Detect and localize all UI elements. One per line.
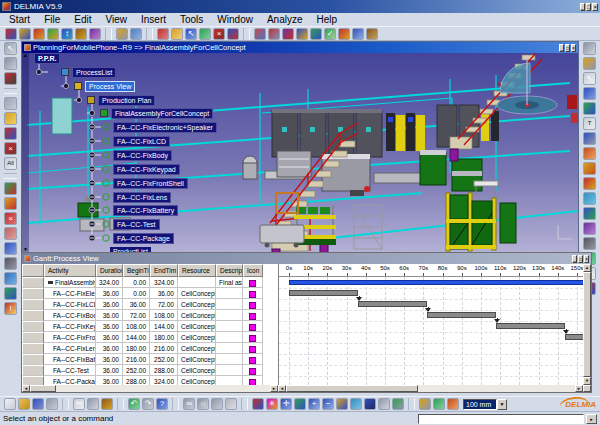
- grid-view-icon[interactable]: [4, 72, 17, 85]
- maximize-button[interactable]: □: [578, 255, 583, 263]
- measure-icon[interactable]: [433, 398, 445, 410]
- image-icon[interactable]: [583, 102, 596, 115]
- simulation-icon[interactable]: [296, 28, 308, 40]
- tree-item-processlist[interactable]: ProcessList: [61, 67, 116, 77]
- cursor-icon[interactable]: ↖: [583, 72, 596, 85]
- cell-begin[interactable]: 0.00: [123, 277, 150, 288]
- cell-icon[interactable]: [243, 354, 263, 365]
- task-bar-fa-cc-fixlcd[interactable]: [358, 301, 427, 307]
- update-icon[interactable]: [227, 28, 239, 40]
- cell-description[interactable]: [216, 310, 243, 321]
- cell-duration[interactable]: 36.00: [96, 354, 123, 365]
- share-icon[interactable]: [4, 287, 17, 300]
- normal-view-icon[interactable]: [336, 398, 348, 410]
- cell-end[interactable]: 36.00: [150, 288, 178, 299]
- column-header-descripti[interactable]: Descripti: [216, 264, 243, 277]
- cell-end[interactable]: 324.00: [150, 277, 178, 288]
- cell-description[interactable]: [216, 332, 243, 343]
- constraint-icon[interactable]: [4, 227, 17, 240]
- close-button[interactable]: ×: [584, 255, 589, 263]
- menu-analyze[interactable]: Analyze: [261, 14, 311, 25]
- menu-window[interactable]: Window: [211, 14, 261, 25]
- tree-item-fa-cc-fixlcd[interactable]: FA--CC-FixLCD: [113, 136, 170, 146]
- cell-begin[interactable]: 0.00: [123, 288, 150, 299]
- snapshot-icon[interactable]: [583, 237, 596, 250]
- zoom-in-icon[interactable]: +: [308, 398, 320, 410]
- cell-resource[interactable]: CellConcept: [178, 332, 216, 343]
- column-header-duration[interactable]: Duration: [96, 264, 123, 277]
- library-icon[interactable]: [4, 257, 17, 270]
- cell-begin[interactable]: 72.00: [123, 310, 150, 321]
- fit-all-in-icon[interactable]: ✳: [266, 398, 278, 410]
- tree-item-fa-cc-fixlens[interactable]: FA--CC-FixLens: [113, 192, 171, 202]
- row-header-corner[interactable]: [22, 264, 44, 277]
- tree-scroll-strip[interactable]: ▲▼: [22, 53, 29, 252]
- tree-item-fa-cc-test[interactable]: FA--CC-Test: [113, 219, 160, 229]
- cell-end[interactable]: 108.00: [150, 310, 178, 321]
- cell-duration[interactable]: 36.00: [96, 343, 123, 354]
- cell-description[interactable]: [216, 299, 243, 310]
- cell-icon[interactable]: [243, 365, 263, 376]
- cell-begin[interactable]: 108.00: [123, 321, 150, 332]
- cell-resource[interactable]: CellConcept: [178, 310, 216, 321]
- shading-icon[interactable]: [364, 398, 376, 410]
- all-filter-icon[interactable]: All: [4, 157, 17, 170]
- tree-item-finalassemblyforcellconcept[interactable]: FinalAssemblyForCellConcept: [100, 108, 213, 118]
- column-header-beginti[interactable]: BeginTi: [123, 264, 150, 277]
- cell-end[interactable]: 72.00: [150, 299, 178, 310]
- scene-icon[interactable]: [583, 192, 596, 205]
- cell-description[interactable]: Final ass: [216, 277, 243, 288]
- cell-activity[interactable]: FinalAssemblyForCellC: [44, 277, 96, 288]
- pick-icon[interactable]: ↖: [185, 28, 197, 40]
- tree-item-fa-cc-package[interactable]: FA--CC-Package: [113, 233, 174, 243]
- cell-activity[interactable]: FA--CC-Package: [44, 376, 96, 385]
- analysis-icon[interactable]: [338, 28, 350, 40]
- cell-duration[interactable]: 36.00: [96, 332, 123, 343]
- viewport-titlebar[interactable]: PlanningForMobilePhone--R9 => FinalAssem…: [22, 42, 578, 53]
- column-header-endtim[interactable]: EndTim: [150, 264, 178, 277]
- table-row[interactable]: FA--CC-FixBattery36.00216.00252.00CellCo…: [22, 354, 278, 365]
- cell-description[interactable]: [216, 321, 243, 332]
- pert-icon[interactable]: [4, 57, 17, 70]
- cell-duration[interactable]: 36.00: [96, 376, 123, 385]
- row-header[interactable]: [22, 277, 44, 288]
- cell-activity[interactable]: FA--CC-FixFrontShel: [44, 332, 96, 343]
- cell-duration[interactable]: 36.00: [96, 321, 123, 332]
- resource-planning-icon[interactable]: [282, 28, 294, 40]
- column-header-resource[interactable]: Resource: [178, 264, 216, 277]
- table-horizontal-scrollbar[interactable]: ◄ ►: [22, 385, 278, 392]
- tree-item-fa-cc-fixbattery[interactable]: FA--CC-FixBattery: [113, 205, 178, 215]
- close-button[interactable]: ×: [592, 3, 598, 11]
- table-row[interactable]: FA--CC-FixLens36.00180.00216.00CellConce…: [22, 343, 278, 354]
- cell-icon[interactable]: [243, 288, 263, 299]
- table-row[interactable]: FA--CC-FixBody36.0072.00108.00CellConcep…: [22, 310, 278, 321]
- cell-description[interactable]: [216, 343, 243, 354]
- table-row[interactable]: FA--CC-FixLCD36.0036.0072.00CellConcept: [22, 299, 278, 310]
- cell-resource[interactable]: CellConcept: [178, 288, 216, 299]
- cell-resource[interactable]: CellConcept: [178, 376, 216, 385]
- minimize-button[interactable]: _: [580, 3, 585, 11]
- gantt-vertical-scrollbar[interactable]: ▲ ▼: [583, 264, 591, 385]
- cell-resource[interactable]: [178, 277, 216, 288]
- cell-resource[interactable]: CellConcept: [178, 354, 216, 365]
- gantt-resize-corner[interactable]: [583, 385, 591, 392]
- print-icon[interactable]: [46, 398, 58, 410]
- table-row[interactable]: FA--CC-FixElectronic36.000.0036.00CellCo…: [22, 288, 278, 299]
- menu-insert[interactable]: Insert: [135, 14, 174, 25]
- column-header-activity[interactable]: Activity: [44, 264, 96, 277]
- delete-icon[interactable]: ×: [213, 28, 225, 40]
- command-input[interactable]: [418, 414, 584, 424]
- material-icon[interactable]: [89, 28, 101, 40]
- row-header[interactable]: [22, 299, 44, 310]
- cell-begin[interactable]: 216.00: [123, 354, 150, 365]
- rotate-icon[interactable]: [294, 398, 306, 410]
- menu-help[interactable]: Help: [311, 14, 346, 25]
- cell-icon[interactable]: [243, 321, 263, 332]
- save-icon[interactable]: [32, 398, 44, 410]
- grid-icon[interactable]: [447, 398, 459, 410]
- cell-activity[interactable]: FA--CC-FixBody: [44, 310, 96, 321]
- menu-file[interactable]: File: [38, 14, 68, 25]
- menu-view[interactable]: View: [99, 14, 135, 25]
- help-icon[interactable]: ?: [156, 398, 168, 410]
- combo-dropdown-button[interactable]: ▼: [497, 399, 507, 410]
